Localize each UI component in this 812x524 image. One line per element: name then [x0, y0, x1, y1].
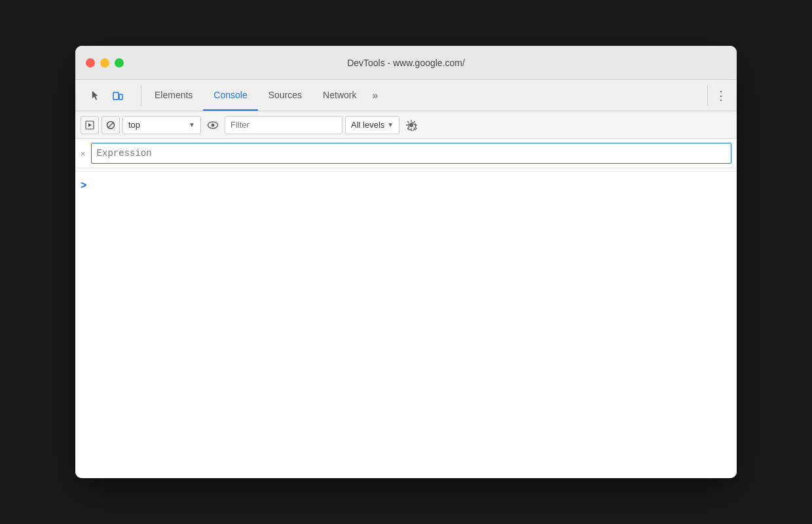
console-area: × > — [75, 139, 737, 478]
tab-network[interactable]: Network — [312, 80, 367, 111]
context-arrow: ▼ — [189, 121, 195, 128]
device-icon[interactable] — [108, 86, 128, 105]
tab-icons — [81, 80, 133, 111]
more-tabs-button[interactable]: » — [367, 80, 383, 111]
tabs: Elements Console Sources Network » — [144, 80, 383, 111]
console-input-row: > — [75, 171, 737, 316]
console-toolbar: top ▼ All levels ▼ — [75, 111, 737, 139]
tab-elements[interactable]: Elements — [144, 80, 203, 111]
svg-rect-1 — [119, 94, 122, 100]
svg-marker-3 — [88, 123, 92, 127]
tab-end-divider — [707, 85, 708, 105]
log-levels-arrow: ▼ — [387, 121, 394, 128]
maximize-button[interactable] — [115, 58, 124, 67]
window-controls — [86, 58, 124, 67]
filter-input[interactable] — [225, 116, 342, 134]
window-title: DevTools - www.google.com/ — [347, 58, 465, 68]
context-value: top — [128, 120, 185, 130]
run-script-button[interactable] — [81, 116, 99, 134]
context-selector[interactable]: top ▼ — [122, 116, 201, 134]
expression-close-button[interactable]: × — [81, 149, 86, 158]
devtools-window: DevTools - www.google.com/ Elements — [75, 46, 737, 478]
tab-divider — [141, 85, 141, 105]
log-levels-selector[interactable]: All levels ▼ — [345, 116, 399, 134]
tab-spacer — [383, 80, 705, 111]
devtools-menu-button[interactable]: ⋮ — [710, 80, 731, 111]
console-content — [92, 178, 731, 309]
expression-input[interactable] — [91, 143, 731, 164]
tab-sources[interactable]: Sources — [258, 80, 312, 111]
clear-console-button[interactable] — [101, 116, 120, 134]
eye-icon[interactable] — [204, 116, 222, 134]
title-bar: DevTools - www.google.com/ — [75, 46, 737, 80]
inspect-icon[interactable] — [86, 86, 105, 105]
filter-input-wrapper — [225, 116, 342, 134]
tab-bar: Elements Console Sources Network » ⋮ — [75, 80, 737, 111]
expression-row: × — [75, 139, 737, 168]
console-prompt-icon: > — [81, 179, 86, 191]
svg-point-7 — [212, 123, 215, 126]
svg-line-5 — [108, 122, 113, 128]
close-button[interactable] — [86, 58, 95, 67]
settings-icon[interactable] — [402, 116, 420, 134]
log-levels-value: All levels — [351, 120, 384, 130]
svg-rect-0 — [113, 92, 119, 100]
tab-console[interactable]: Console — [203, 80, 257, 111]
minimize-button[interactable] — [100, 58, 109, 67]
